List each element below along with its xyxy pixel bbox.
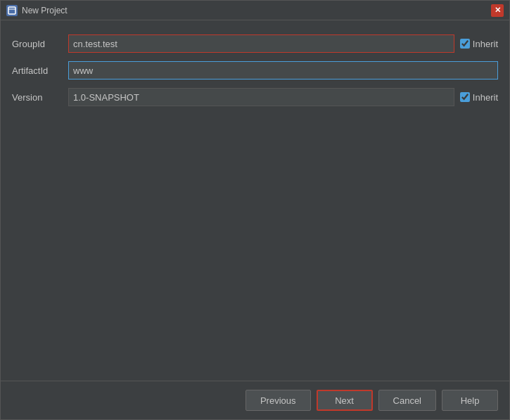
groupid-row: GroupId Inherit [12,34,498,53]
content-area: GroupId Inherit ArtifactId Version Inher… [1,20,509,381]
version-input[interactable] [68,88,454,106]
groupid-inherit-checkbox[interactable] [460,39,470,49]
artifactid-input[interactable] [68,61,498,79]
groupid-label: GroupId [12,39,68,49]
artifactid-row: ArtifactId [12,61,498,79]
cancel-button[interactable]: Cancel [378,390,436,411]
groupid-input[interactable] [68,34,454,53]
close-button[interactable]: ✕ [491,4,504,17]
button-bar: Previous Next Cancel Help [1,381,509,419]
window-title: New Project [22,6,491,15]
groupid-inherit-container: Inherit [460,39,498,49]
version-inherit-label: Inherit [473,92,498,103]
groupid-inherit-label: Inherit [473,39,498,49]
version-label: Version [12,92,68,103]
version-inherit-container: Inherit [460,92,498,103]
version-row: Version Inherit [12,88,498,106]
version-inherit-checkbox[interactable] [460,92,470,102]
window-icon [6,5,18,16]
artifactid-label: ArtifactId [12,65,68,76]
new-project-window: New Project ✕ GroupId Inherit ArtifactId… [0,0,510,420]
help-button[interactable]: Help [442,390,498,411]
previous-button[interactable]: Previous [246,390,311,411]
title-bar: New Project ✕ [1,1,509,20]
svg-rect-0 [8,7,15,14]
next-button[interactable]: Next [317,390,373,411]
